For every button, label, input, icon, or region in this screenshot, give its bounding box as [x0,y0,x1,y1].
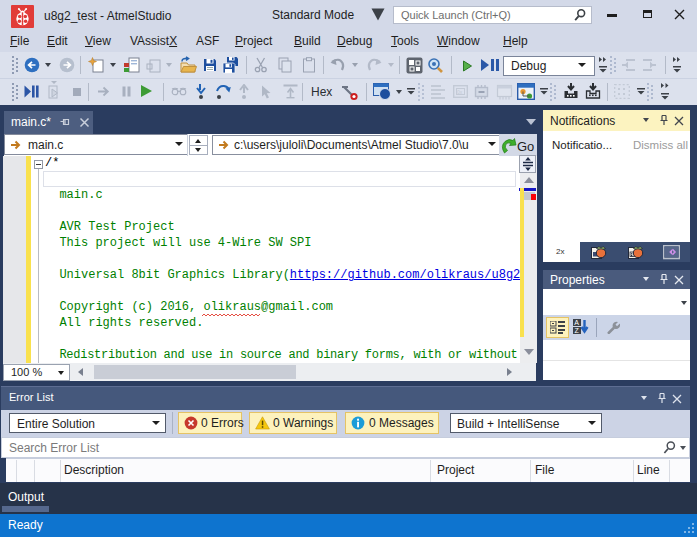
svg-text:A: A [574,319,579,326]
svg-text:0x: 0x [457,89,463,95]
svg-text:Z: Z [575,327,580,334]
